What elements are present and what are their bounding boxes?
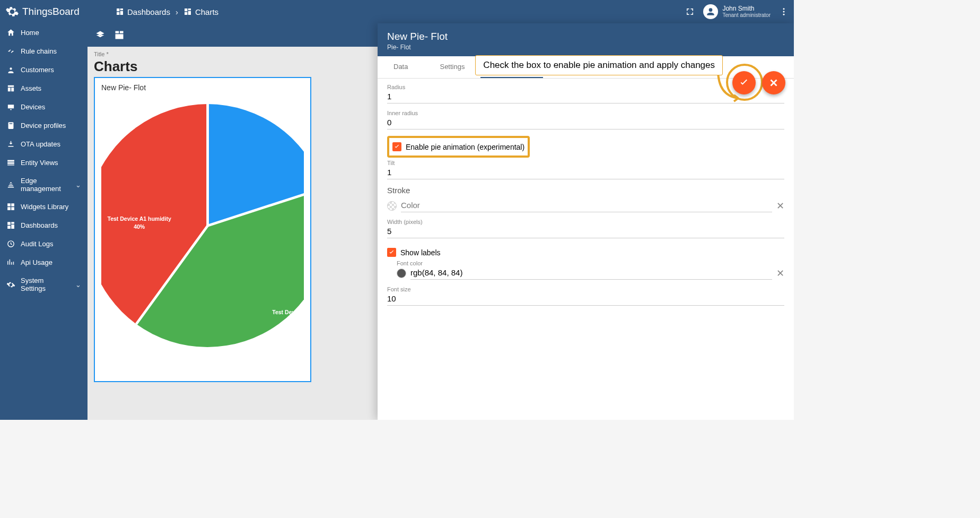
tilt-label: Tilt — [387, 160, 784, 166]
close-editor-icon[interactable] — [778, 57, 788, 69]
font-color-label: Font color — [397, 260, 784, 266]
breadcrumb-root[interactable]: Dashboards — [116, 7, 170, 16]
sidebar-item-dashboards[interactable]: Dashboards — [0, 216, 88, 235]
tab-data[interactable]: Data — [378, 56, 424, 78]
svg-point-0 — [783, 8, 785, 10]
font-color-input[interactable] — [410, 266, 772, 280]
user-role: Tenant administrator — [722, 12, 771, 19]
sidebar-item-entity-views[interactable]: Entity Views — [0, 153, 88, 172]
sidebar-item-devices[interactable]: Devices — [0, 98, 88, 116]
svg-text:Test Dev: Test Dev — [272, 309, 295, 315]
chevron-right-icon: › — [176, 7, 178, 16]
stroke-section: Stroke — [387, 186, 784, 195]
highlight-box: Enable pie animation (experimental) — [387, 136, 530, 158]
app-name: ThingsBoard — [22, 6, 80, 18]
clear-stroke-color-icon[interactable]: ✕ — [776, 200, 784, 212]
dashboard-icon — [183, 7, 192, 16]
breadcrumb: Dashboards › Charts — [111, 7, 218, 16]
sidebar-item-home[interactable]: Home — [0, 23, 88, 42]
tab-settings[interactable]: Settings — [424, 56, 480, 78]
discard-changes-button[interactable] — [762, 71, 785, 94]
chevron-down-icon: ⌄ — [75, 281, 81, 289]
editor-title: New Pie- Flot — [387, 31, 784, 42]
inner-radius-input[interactable] — [387, 116, 784, 130]
kebab-menu-icon[interactable] — [779, 7, 789, 16]
font-size-input[interactable] — [387, 292, 784, 306]
svg-text:40%: 40% — [134, 223, 145, 230]
show-labels-label: Show labels — [400, 248, 441, 257]
show-labels-checkbox[interactable] — [387, 248, 396, 257]
svg-rect-3 — [8, 122, 14, 129]
enable-animation-checkbox[interactable] — [392, 142, 401, 151]
svg-point-2 — [783, 14, 785, 15]
enable-animation-label: Enable pie animation (experimental) — [406, 143, 524, 151]
sidebar-item-audit-logs[interactable]: Audit Logs — [0, 235, 88, 253]
pie-chart: Test Device A1 humidity 40% Test Dev — [101, 94, 304, 358]
stroke-color-input[interactable] — [401, 199, 772, 212]
help-icon[interactable]: ? — [763, 57, 773, 69]
sidebar-item-device-profiles[interactable]: Device profiles — [0, 116, 88, 135]
grid-icon[interactable] — [114, 30, 125, 40]
svg-text:Test Device A1 humidity: Test Device A1 humidity — [108, 215, 171, 222]
svg-text:?: ? — [766, 59, 769, 65]
stroke-color-swatch[interactable] — [387, 201, 397, 211]
user-menu[interactable]: John Smith Tenant administrator — [703, 4, 771, 19]
clear-font-color-icon[interactable]: ✕ — [776, 267, 784, 279]
app-logo[interactable]: ThingsBoard — [5, 5, 111, 19]
font-color-swatch[interactable] — [397, 269, 406, 278]
sidebar-item-edge-management[interactable]: Edge management⌄ — [0, 172, 88, 197]
sidebar-item-customers[interactable]: Customers — [0, 61, 88, 79]
sidebar-item-rule-chains[interactable]: Rule chains — [0, 42, 88, 61]
svg-rect-4 — [10, 123, 13, 124]
stroke-width-label: Width (pixels) — [387, 219, 784, 225]
stroke-width-input[interactable] — [387, 225, 784, 238]
fullscreen-icon[interactable] — [685, 7, 695, 16]
user-name: John Smith — [722, 5, 771, 12]
inner-radius-label: Inner radius — [387, 110, 784, 116]
tilt-input[interactable] — [387, 166, 784, 179]
font-size-label: Font size — [387, 286, 784, 292]
instruction-callout: Check the box to enable pie animation an… — [475, 55, 723, 75]
breadcrumb-current[interactable]: Charts — [183, 7, 218, 16]
widget-title: New Pie- Flot — [101, 83, 304, 92]
editor-subtitle: Pie- Flot — [387, 44, 784, 51]
layers-icon[interactable] — [95, 30, 106, 40]
sidebar-item-system-settings[interactable]: System Settings⌄ — [0, 272, 88, 297]
apply-changes-button[interactable] — [732, 71, 756, 94]
avatar-icon — [703, 4, 718, 19]
sidebar: Home Rule chains Customers Assets Device… — [0, 23, 88, 420]
sidebar-item-ota-updates[interactable]: OTA updates — [0, 135, 88, 153]
sidebar-item-widgets-library[interactable]: Widgets Library — [0, 197, 88, 216]
svg-point-1 — [783, 11, 785, 13]
sidebar-item-api-usage[interactable]: Api Usage — [0, 253, 88, 272]
gear-icon — [5, 5, 19, 19]
dashboard-icon — [116, 7, 124, 16]
sidebar-item-assets[interactable]: Assets — [0, 79, 88, 98]
pie-widget[interactable]: New Pie- Flot Test Device A1 humidity 40… — [94, 77, 311, 382]
chevron-down-icon: ⌄ — [75, 181, 81, 189]
